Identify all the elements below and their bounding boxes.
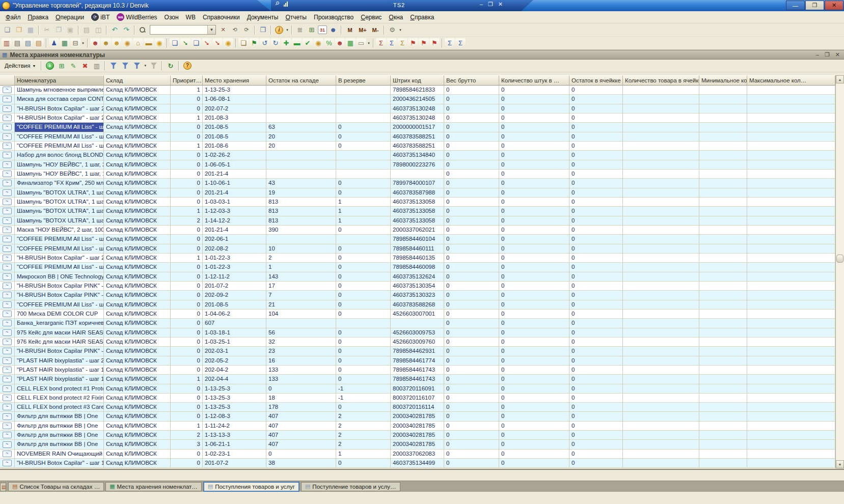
table-row[interactable]: ~CELL FLEX bond protect #1 Protec…Склад … [0, 384, 835, 394]
handshake-icon[interactable]: ▭ [356, 38, 366, 48]
cell-max-qty[interactable] [747, 170, 835, 179]
fiscal-printer-icon[interactable]: ▤ [12, 38, 22, 48]
cell-qty-per-box[interactable]: 0 [499, 291, 569, 300]
cell-max-qty[interactable] [747, 114, 835, 123]
cell-cell-remainder[interactable]: 0 [569, 86, 623, 95]
cell-qty-per-box[interactable]: 0 [499, 394, 569, 403]
cell-priority[interactable]: 0 [171, 188, 203, 198]
plan-flag-icon[interactable]: ⚑ [249, 38, 259, 48]
delete-item-icon[interactable]: ✖ [79, 61, 90, 71]
add-item-icon[interactable]: + [44, 61, 55, 71]
cell-max-qty[interactable] [747, 244, 835, 254]
scroll-down-icon[interactable]: ▼ [836, 460, 844, 468]
cell-priority[interactable]: 0 [171, 459, 203, 468]
export-red-icon[interactable]: ➘ [202, 38, 212, 48]
cell-cell-remainder[interactable]: 0 [569, 394, 623, 403]
cell-priority[interactable]: 0 [171, 310, 203, 319]
cell-min-qty[interactable] [699, 254, 747, 263]
cell-reserve[interactable]: 0 [336, 123, 391, 132]
cell-min-qty[interactable] [699, 272, 747, 282]
cell-min-qty[interactable] [699, 450, 747, 459]
list-settings-icon[interactable]: ≣ [294, 25, 306, 35]
cell-priority[interactable]: 0 [171, 319, 203, 328]
cell-priority[interactable]: 0 [171, 95, 203, 104]
cell-min-qty[interactable] [699, 263, 747, 272]
cell-reserve[interactable]: 2 [336, 431, 391, 440]
column-header-name[interactable]: Номенклатура [15, 75, 104, 86]
cell-qty-per-box[interactable]: 0 [499, 440, 569, 449]
cell-reserve[interactable]: 0 [336, 338, 391, 347]
cell-cell-qty[interactable] [623, 394, 699, 403]
cell-priority[interactable]: 0 [171, 272, 203, 282]
cell-location[interactable]: 1-13-25-3 [203, 86, 266, 95]
cell-gross-weight[interactable]: 0 [444, 160, 499, 170]
cell-warehouse[interactable]: Склад КЛИМОВСК [104, 375, 171, 384]
cut-icon[interactable]: ✂ [41, 25, 52, 35]
cell-qty-per-box[interactable]: 0 [499, 235, 569, 244]
column-header-stock[interactable]: Остаток на складе [266, 75, 336, 86]
cell-name[interactable]: "H-BRUSH Botox Capilar PINK" - … [15, 347, 104, 356]
cell-location[interactable]: 1-12-11-2 [203, 272, 266, 282]
cell-max-qty[interactable] [747, 86, 835, 95]
cell-priority[interactable]: 1 [171, 142, 203, 151]
column-header-warehouse[interactable]: Склад [104, 75, 171, 86]
cell-barcode[interactable]: 2000340281785 [391, 422, 444, 431]
doc-exchange-icon[interactable]: ↻ [270, 38, 281, 48]
cell-warehouse[interactable]: Склад КЛИМОВСК [104, 347, 171, 356]
cell-warehouse[interactable]: Склад КЛИМОВСК [104, 394, 171, 403]
cell-gross-weight[interactable]: 0 [444, 263, 499, 272]
cell-warehouse[interactable]: Склад КЛИМОВСК [104, 254, 171, 263]
cell-barcode[interactable]: 4603783588251 [391, 132, 444, 142]
cell-qty-per-box[interactable]: 0 [499, 375, 569, 384]
report-flag2-icon[interactable]: ⚑ [419, 38, 429, 48]
cell-qty-per-box[interactable]: 0 [499, 226, 569, 235]
cell-max-qty[interactable] [747, 300, 835, 310]
cell-stock[interactable]: 19 [266, 188, 336, 198]
cell-qty-per-box[interactable]: 0 [499, 254, 569, 263]
table-row[interactable]: ~"PLAST HAIR bixyplastia" - шаг 1 …Склад… [0, 375, 835, 384]
cell-qty-per-box[interactable]: 0 [499, 422, 569, 431]
cell-reserve[interactable]: 0 [336, 142, 391, 151]
cell-name[interactable]: Финализатор "FX Крим", 250 мл… [15, 179, 104, 188]
cell-warehouse[interactable]: Склад КЛИМОВСК [104, 263, 171, 272]
cell-gross-weight[interactable]: 0 [444, 198, 499, 207]
cell-gross-weight[interactable]: 0 [444, 450, 499, 459]
menu-file[interactable]: Файл [2, 13, 24, 22]
cell-barcode[interactable]: 7898584460104 [391, 235, 444, 244]
cell-priority[interactable]: 1 [171, 86, 203, 95]
cell-min-qty[interactable] [699, 282, 747, 291]
cell-min-qty[interactable] [699, 356, 747, 366]
cell-barcode[interactable]: 4526603009753 [391, 328, 444, 338]
cell-warehouse[interactable]: Склад КЛИМОВСК [104, 207, 171, 216]
cell-reserve[interactable]: 0 [336, 300, 391, 310]
cell-min-qty[interactable] [699, 160, 747, 170]
cell-cell-qty[interactable] [623, 319, 699, 328]
cell-barcode[interactable]: 2000436214505 [391, 95, 444, 104]
cell-barcode[interactable]: 4603735133058 [391, 216, 444, 226]
cell-cell-remainder[interactable]: 0 [569, 142, 623, 151]
cell-priority[interactable]: 1 [171, 422, 203, 431]
cell-priority[interactable]: 0 [171, 338, 203, 347]
cell-min-qty[interactable] [699, 347, 747, 356]
cell-name[interactable]: "H-BRUSH Botox Capilar" - шаг 1 … [15, 459, 104, 468]
money-table-icon[interactable]: ▦ [60, 38, 70, 48]
cell-warehouse[interactable]: Склад КЛИМОВСК [104, 338, 171, 347]
table-row[interactable]: ~"COFFEE PREMIUM All Liss" - шаг…Склад К… [0, 123, 835, 132]
cell-cell-remainder[interactable]: 0 [569, 356, 623, 366]
cell-cell-qty[interactable] [623, 356, 699, 366]
cell-reserve[interactable]: 0 [336, 282, 391, 291]
cell-min-qty[interactable] [699, 366, 747, 375]
column-header-icon[interactable] [0, 75, 15, 86]
cell-stock[interactable]: 38 [266, 459, 336, 468]
cell-priority[interactable]: 0 [171, 412, 203, 421]
table-row[interactable]: ~Набор для волос блонд BLONDE…Склад КЛИМ… [0, 151, 835, 160]
cell-stock[interactable]: 133 [266, 375, 336, 384]
report-flag1-icon[interactable]: ⚑ [408, 38, 418, 48]
cell-gross-weight[interactable]: 0 [444, 347, 499, 356]
coins-column-icon[interactable]: ◉ [223, 38, 233, 48]
cell-cell-qty[interactable] [623, 170, 699, 179]
coins-stack-icon[interactable]: ◉ [154, 38, 165, 48]
cell-gross-weight[interactable]: 0 [444, 142, 499, 151]
cell-stock[interactable]: 813 [266, 198, 336, 207]
filter-settings-icon[interactable] [108, 61, 119, 71]
